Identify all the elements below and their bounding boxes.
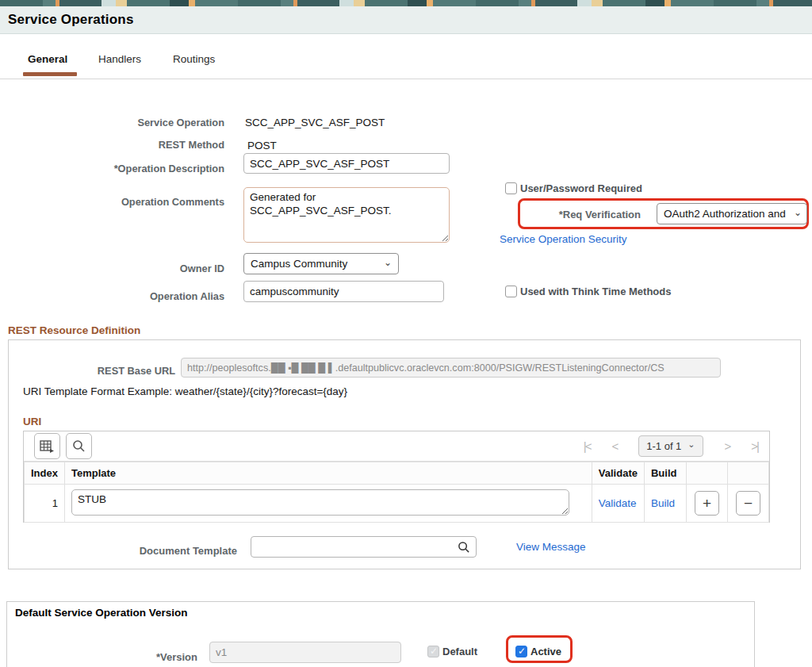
uri-table-header-row: Index Template Validate Build: [25, 462, 769, 485]
next-page-button[interactable]: >: [725, 439, 730, 453]
rest-resource-definition-panel: REST Base URL URI Template Format Exampl…: [8, 339, 801, 569]
active-checkbox[interactable]: [515, 646, 527, 657]
grid-action-menu-button[interactable]: [34, 433, 60, 459]
tab-general[interactable]: General: [28, 53, 67, 65]
rest-method-value: POST: [247, 140, 277, 151]
row-template-cell: STUB: [64, 485, 592, 523]
operation-comments-textarea[interactable]: Generated for SCC_APP_SVC_ASF_POST.: [243, 187, 450, 243]
row-build-cell: Build: [644, 485, 686, 523]
active-checkbox-label: Active: [530, 646, 561, 657]
search-icon[interactable]: [458, 541, 470, 554]
owner-id-label: Owner ID: [48, 263, 224, 274]
view-message-link[interactable]: View Message: [516, 541, 586, 553]
chevron-down-icon: ⌄: [384, 257, 392, 268]
search-icon: [72, 439, 86, 453]
tab-general-label: General: [28, 53, 67, 65]
col-index: Index: [25, 462, 65, 485]
first-page-button[interactable]: |<: [584, 439, 591, 453]
user-password-required-checkbox[interactable]: [505, 182, 517, 194]
add-row-button[interactable]: +: [695, 491, 719, 516]
think-time-label: Used with Think Time Methods: [520, 286, 671, 297]
grid-pager: |< < 1-1 of 1 ⌄ > >|: [584, 435, 758, 457]
chevron-down-icon: ⌄: [688, 439, 695, 450]
think-time-checkbox[interactable]: [505, 286, 517, 297]
user-password-required-row[interactable]: User/Password Required: [505, 182, 642, 194]
build-link[interactable]: Build: [651, 497, 675, 509]
operation-alias-input[interactable]: [243, 281, 444, 302]
last-page-button[interactable]: >|: [751, 439, 758, 453]
uri-template-example-text: URI Template Format Example: weather/{st…: [23, 385, 347, 397]
operation-description-label: *Operation Description: [48, 163, 224, 174]
service-operation-value: SCC_APP_SVC_ASF_POST: [245, 117, 385, 128]
template-textarea[interactable]: STUB: [71, 489, 569, 516]
service-operation-security-link[interactable]: Service Operation Security: [500, 233, 627, 245]
col-validate: Validate: [592, 462, 644, 485]
page-title: Service Operations: [0, 12, 134, 28]
tab-routings[interactable]: Routings: [173, 53, 215, 65]
default-checkbox-label: Default: [442, 646, 477, 657]
tab-routings-label: Routings: [173, 53, 215, 65]
page-range-select[interactable]: 1-1 of 1 ⌄: [638, 435, 703, 457]
req-verification-selected-value: OAuth2 Authorization and: [664, 208, 786, 220]
prev-page-button[interactable]: <: [612, 439, 618, 453]
req-verification-select[interactable]: OAuth2 Authorization and ⌄: [657, 203, 807, 224]
default-checkbox: [427, 646, 439, 657]
grid-search-button[interactable]: [66, 433, 92, 459]
row-add-cell: +: [687, 485, 728, 523]
rest-base-url-label: REST Base URL: [25, 365, 175, 377]
uri-grid-toolbar: |< < 1-1 of 1 ⌄ > >|: [24, 431, 769, 462]
page-range-value: 1-1 of 1: [646, 440, 681, 452]
req-verification-label: *Req Verification: [523, 209, 641, 220]
tab-handlers-label: Handlers: [98, 53, 141, 65]
think-time-row[interactable]: Used with Think Time Methods: [505, 286, 671, 297]
document-template-input[interactable]: [251, 536, 477, 558]
row-validate-cell: Validate: [592, 485, 644, 523]
default-checkbox-row: Default: [427, 646, 477, 657]
row-index-cell: 1: [25, 485, 65, 523]
row-remove-cell: −: [728, 485, 769, 523]
page-header: Service Operations: [0, 6, 812, 34]
user-password-required-label: User/Password Required: [520, 182, 642, 194]
operation-alias-label: Operation Alias: [48, 290, 224, 302]
owner-id-selected-value: Campus Community: [251, 258, 347, 270]
uri-table-row: 1 STUB Validate Build + −: [25, 485, 769, 523]
tab-handlers[interactable]: Handlers: [98, 53, 141, 65]
remove-row-button[interactable]: −: [736, 491, 760, 516]
rest-base-url-input: [181, 358, 721, 378]
owner-id-select[interactable]: Campus Community ⌄: [243, 253, 399, 274]
validate-link[interactable]: Validate: [599, 497, 637, 509]
active-tab-underline: [23, 72, 77, 76]
active-checkbox-row[interactable]: Active: [515, 646, 561, 657]
document-template-field: [251, 536, 477, 558]
theme-banner-art: [0, 0, 812, 6]
uri-grid: |< < 1-1 of 1 ⌄ > >| Index Template: [23, 431, 770, 523]
chevron-down-icon: ⌄: [794, 207, 802, 218]
uri-table: Index Template Validate Build 1 STUB Val…: [24, 462, 769, 523]
uri-heading: URI: [23, 416, 41, 427]
grid-action-menu-icon: [40, 440, 55, 453]
col-remove: [728, 462, 769, 485]
document-template-label: Document Template: [84, 545, 237, 557]
service-operation-label: Service Operation: [48, 117, 224, 128]
rest-resource-definition-heading: REST Resource Definition: [8, 324, 140, 336]
rest-method-label: REST Method: [48, 139, 224, 151]
service-operations-page: Service Operations General Handlers Rout…: [0, 0, 812, 667]
operation-description-input[interactable]: [243, 153, 450, 174]
col-build: Build: [644, 462, 686, 485]
col-template: Template: [64, 462, 592, 485]
default-version-panel: Default Service Operation Version *Versi…: [6, 601, 755, 667]
col-add: [687, 462, 728, 485]
version-label: *Version: [86, 651, 197, 663]
tab-bar: General Handlers Routings: [0, 34, 812, 79]
default-version-heading: Default Service Operation Version: [15, 607, 188, 619]
operation-comments-label: Operation Comments: [48, 196, 224, 208]
version-input: [209, 642, 401, 663]
